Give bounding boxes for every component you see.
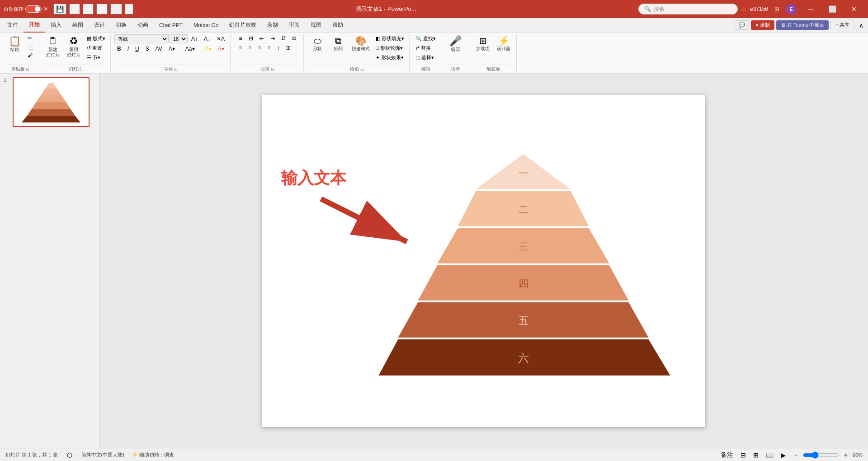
collapse-ribbon-btn[interactable]: ∧ <box>856 21 866 30</box>
tab-draw[interactable]: 绘图 <box>67 18 89 33</box>
more-icon[interactable]: ⋯ <box>110 4 122 14</box>
underline-btn[interactable]: U <box>132 45 142 53</box>
font-size-decrease-btn[interactable]: A↓ <box>201 35 213 43</box>
slide-notes-expand-btn[interactable]: ⬡ <box>65 451 74 460</box>
font-family-select[interactable]: 等线 <box>114 34 169 43</box>
comment-button[interactable]: 💬 <box>735 20 749 30</box>
canvas-area[interactable]: 输入文本 一 二 <box>99 74 868 448</box>
quick-style-button[interactable]: 🎨 快速样式 <box>349 34 373 53</box>
clipboard-expand-icon[interactable]: ⊡ <box>26 67 29 71</box>
indent-decrease-btn[interactable]: ⇤ <box>257 34 267 42</box>
undo-icon[interactable]: ↩ <box>69 4 80 14</box>
present-icon[interactable]: ▦ <box>96 4 108 14</box>
numbered-list-btn[interactable]: ⊟ <box>246 34 256 42</box>
align-left-btn[interactable]: ≡ <box>236 44 245 52</box>
close-btn[interactable]: ✕ <box>844 3 864 15</box>
save-icon[interactable]: 💾 <box>53 4 66 14</box>
zoom-in-btn[interactable]: ＋ <box>841 450 851 460</box>
tab-review[interactable]: 审阅 <box>283 18 305 33</box>
section-btn[interactable]: ☰ 节▾ <box>85 53 108 62</box>
tab-motiongo[interactable]: Motion Go <box>188 18 224 33</box>
paste-button[interactable]: 📋 粘贴 <box>5 34 24 54</box>
slide-canvas[interactable]: 输入文本 一 二 <box>262 95 705 427</box>
layout-btn[interactable]: ▦ 版式▾ <box>85 34 108 43</box>
font-expand-icon[interactable]: ⊡ <box>174 67 178 71</box>
char-spacing-btn[interactable]: AV <box>153 45 165 53</box>
reading-view-btn[interactable]: 📖 <box>764 451 775 460</box>
font-size-select[interactable]: 18 <box>170 34 188 43</box>
slide-number-1: 1 <box>4 77 10 83</box>
slideshow-btn[interactable]: ▶ <box>779 451 788 460</box>
normal-view-btn[interactable]: ⊟ <box>739 451 748 460</box>
indent-increase-btn[interactable]: ⇥ <box>268 34 278 42</box>
bullet-list-btn[interactable]: ≡ <box>236 34 245 42</box>
tab-file[interactable]: 文件 <box>2 18 24 33</box>
new-slide-button[interactable]: 🗒 新建幻灯片 <box>43 34 63 60</box>
copy-btn[interactable]: 📄 <box>25 43 36 51</box>
slide-thumb-image-1[interactable] <box>13 77 90 127</box>
drawing-expand-icon[interactable]: ⊡ <box>360 67 364 71</box>
search-input[interactable] <box>654 6 726 12</box>
teams-present-button[interactable]: 🖥 在 Teams 中展示 <box>776 20 829 30</box>
line-spacing-btn[interactable]: ↕ <box>274 44 283 52</box>
tab-design[interactable]: 设计 <box>89 18 110 33</box>
dictate-button[interactable]: 🎤 听写 <box>446 34 466 54</box>
customize-icon[interactable]: ▾ <box>125 4 133 14</box>
slide-panel[interactable]: 1 <box>0 74 99 448</box>
align-center-btn[interactable]: ≡ <box>246 44 255 52</box>
italic-btn[interactable]: I <box>125 45 132 53</box>
shape-fill-btn[interactable]: ◧ 形状填充▾ <box>373 34 406 43</box>
title-right: ⚠ e37156 ⊞ E ─ ⬜ ✕ <box>741 3 864 15</box>
slide-sorter-btn[interactable]: ⊞ <box>751 451 760 460</box>
format-painter-btn[interactable]: 🖌 <box>25 52 36 59</box>
tab-view[interactable]: 视图 <box>305 18 327 33</box>
font-color2-btn[interactable]: A▾ <box>215 45 227 53</box>
reuse-slide-button[interactable]: ♻ 重用幻灯片 <box>64 34 84 60</box>
tab-insert[interactable]: 插入 <box>45 18 67 33</box>
rtl-btn[interactable]: ⇵ <box>278 34 288 42</box>
clear-format-btn[interactable]: ✕A <box>214 35 227 43</box>
autosave-toggle[interactable] <box>25 5 42 13</box>
zoom-slider[interactable] <box>803 452 839 459</box>
replace-btn[interactable]: ⇄ 替换 <box>413 44 433 52</box>
find-btn[interactable]: 🔍 查找▾ <box>413 34 438 43</box>
para-expand-icon[interactable]: ⊡ <box>271 67 274 71</box>
notes-btn[interactable]: 备注 <box>719 450 735 460</box>
redo-icon[interactable]: ↪ <box>83 4 94 14</box>
tab-record[interactable]: 录制 <box>262 18 283 33</box>
restore-btn[interactable]: ⬜ <box>822 3 843 15</box>
slide-thumbnail-1[interactable]: 1 <box>4 77 95 127</box>
smart-art-btn[interactable]: ⊞ <box>283 44 293 52</box>
designer-button[interactable]: ⚡ 设计器 <box>494 34 514 53</box>
tab-slideshow[interactable]: 幻灯片放映 <box>224 18 262 33</box>
shape-button[interactable]: ⬭ 形状 <box>307 34 327 53</box>
highlight-btn[interactable]: A▾ <box>203 45 214 53</box>
bold-btn[interactable]: B <box>114 45 124 53</box>
record-button[interactable]: ● 录制 <box>751 20 774 30</box>
tab-home[interactable]: 开始 <box>24 18 45 33</box>
select-btn[interactable]: ⬚ 选择▾ <box>413 53 436 62</box>
font-color-btn[interactable]: A▾ <box>166 45 178 53</box>
share-button[interactable]: ↑ 共享 <box>830 20 854 30</box>
zoom-out-btn[interactable]: － <box>791 450 801 460</box>
section-icon: ☰ <box>87 55 91 61</box>
strikethrough-btn[interactable]: S <box>143 45 152 53</box>
justify-btn[interactable]: ≡ <box>265 44 274 52</box>
font-size-increase-btn[interactable]: A↑ <box>189 35 200 43</box>
tab-help[interactable]: 帮助 <box>327 18 349 33</box>
tab-chatppt[interactable]: Chat PPT <box>154 18 188 33</box>
addins-button[interactable]: ⊞ 加载项 <box>473 34 493 53</box>
cut-btn[interactable]: ✂ <box>25 34 36 42</box>
reset-btn[interactable]: ↺ 重置 <box>85 44 108 52</box>
arrange-button[interactable]: ⧉ 排列 <box>328 34 348 53</box>
align-right-btn[interactable]: ≡ <box>255 44 264 52</box>
columns-btn[interactable]: ⧉ <box>289 34 299 42</box>
tab-transition[interactable]: 切换 <box>110 18 132 33</box>
text-case-btn[interactable]: Aa▾ <box>183 45 198 53</box>
search-box[interactable]: 🔍 <box>638 4 738 14</box>
restore-window-btn[interactable]: ⊞ <box>772 5 782 14</box>
tab-animation[interactable]: 动画 <box>132 18 154 33</box>
shape-outline-btn[interactable]: □ 形状轮廓▾ <box>373 44 406 52</box>
minimize-btn[interactable]: ─ <box>800 3 821 15</box>
shape-effect-btn[interactable]: ✦ 形状效果▾ <box>373 53 406 62</box>
